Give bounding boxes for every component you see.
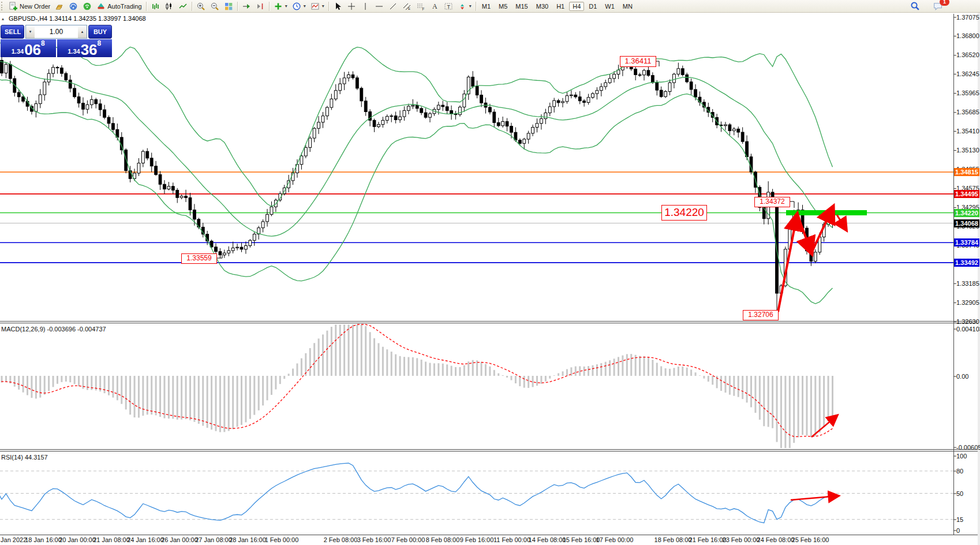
macd-axis-label: -0.006056 <box>956 444 980 451</box>
horizontal-line-icon <box>375 2 384 11</box>
templates-caret-icon: ▾ <box>322 3 324 9</box>
zoom-out-button[interactable] <box>208 0 222 12</box>
rsi-axis-label: 15 <box>956 516 963 523</box>
price-axis-label: 1.32905 <box>956 299 979 306</box>
autotrading-button[interactable]: AutoTrading <box>94 0 144 12</box>
one-click-collapse-icon[interactable]: ▴ <box>2 16 4 21</box>
trendline-icon <box>388 2 398 11</box>
notification-badge: 1 <box>940 0 949 6</box>
community-icon <box>69 2 78 11</box>
template-icon <box>311 2 320 11</box>
volume-increase-button[interactable]: ▴ <box>78 25 87 38</box>
community-button[interactable] <box>66 0 80 12</box>
new-order-icon <box>9 2 18 11</box>
new-order-label: New Order <box>20 3 50 10</box>
sell-price-small: 1.34 <box>12 47 24 56</box>
price-annotation[interactable]: 1.34220 <box>661 205 707 221</box>
arrows-tool-button[interactable]: ▾ <box>455 0 474 12</box>
cursor-tool-button[interactable] <box>331 0 345 12</box>
main-toolbar: New Order <box>0 0 980 13</box>
timeframe-m1-button[interactable]: M1 <box>478 2 494 11</box>
autotrading-icon <box>96 2 106 11</box>
buy-price-small: 1.34 <box>68 47 80 56</box>
buy-price-panel[interactable]: 1.34368 <box>57 39 113 57</box>
timeframe-d1-button[interactable]: D1 <box>585 2 600 11</box>
one-click-trading-panel: SELL ▾ ▴ BUY 1.34068 1.34368 <box>1 25 112 57</box>
price-badge: 1.33784 <box>954 238 979 247</box>
price-annotation[interactable]: 1.34372 <box>754 197 790 207</box>
fibonacci-icon: F <box>416 2 425 11</box>
line-chart-icon <box>178 2 188 11</box>
price-axis-label: 1.36245 <box>956 70 979 77</box>
timeframe-m15-button[interactable]: M15 <box>512 2 531 11</box>
auto-scroll-button[interactable] <box>240 0 253 12</box>
text-tool-button[interactable]: A <box>428 0 442 12</box>
deposit-button[interactable] <box>53 0 66 12</box>
zoom-in-button[interactable] <box>194 0 208 12</box>
price-annotation[interactable]: 1.36411 <box>620 56 656 67</box>
volume-input[interactable] <box>35 25 78 38</box>
svg-text:E: E <box>408 7 410 10</box>
price-badge: 1.34815 <box>954 168 979 176</box>
chart-title: GBPUSD-,H4 1.34114 1.34235 1.33997 1.340… <box>9 15 146 22</box>
sell-button[interactable]: SELL <box>1 25 24 39</box>
buy-price-big: 36 <box>81 43 98 56</box>
timeframe-mn-button[interactable]: MN <box>619 2 636 11</box>
tile-windows-button[interactable] <box>222 0 235 12</box>
fibonacci-tool-button[interactable]: F <box>414 0 428 12</box>
line-chart-button[interactable] <box>176 0 190 12</box>
chart-shift-button[interactable] <box>253 0 267 12</box>
metatrader-window: New Order <box>0 0 980 545</box>
bars-chart-icon <box>151 2 160 11</box>
text-label-icon: T <box>444 2 453 11</box>
rsi-label: RSI(14) 44.3157 <box>1 454 48 461</box>
price-annotation[interactable]: 1.32706 <box>743 310 779 320</box>
horizontal-line-tool-button[interactable] <box>372 0 386 12</box>
vertical-line-icon <box>361 2 370 11</box>
price-axis-label: 1.35410 <box>956 128 979 135</box>
price-badge: 1.34220 <box>954 209 979 217</box>
time-axis-label: 1 Feb 00:00 <box>256 536 308 543</box>
price-badge: 1.34495 <box>954 190 979 198</box>
zoom-out-icon <box>210 2 219 11</box>
indicators-caret-icon: ▾ <box>285 3 287 9</box>
price-badge: 1.34068 <box>954 219 979 227</box>
svg-text:T: T <box>447 3 450 9</box>
candlestick-chart-button[interactable] <box>162 0 176 12</box>
macd-axis-label: 0.004103 <box>956 326 980 333</box>
toolbar-separator <box>237 2 238 11</box>
periods-button[interactable]: ▾ <box>290 0 308 12</box>
price-axis-label: 1.35130 <box>956 147 979 154</box>
price-annotation[interactable]: 1.33559 <box>181 253 217 264</box>
templates-button[interactable]: ▾ <box>308 0 327 12</box>
search-button[interactable] <box>908 0 922 12</box>
bars-chart-button[interactable] <box>148 0 162 12</box>
timeframe-h4-button[interactable]: H4 <box>569 2 584 11</box>
text-label-tool-button[interactable]: T <box>442 0 455 12</box>
signals-button[interactable] <box>80 0 94 12</box>
toolbar-grip <box>1 2 5 10</box>
svg-text:F: F <box>422 6 424 10</box>
timeframe-h1-button[interactable]: H1 <box>553 2 568 11</box>
search-icon <box>910 1 920 11</box>
timeframe-m30-button[interactable]: M30 <box>533 2 552 11</box>
price-axis-label: 1.33185 <box>956 280 979 287</box>
chat-button[interactable]: 1 <box>930 0 945 12</box>
zoom-in-icon <box>196 2 205 11</box>
rsi-axis-label: 50 <box>956 490 963 497</box>
crosshair-tool-button[interactable] <box>345 0 358 12</box>
arrows-caret-icon: ▾ <box>469 3 472 9</box>
sell-price-panel[interactable]: 1.34068 <box>1 39 56 57</box>
buy-button[interactable]: BUY <box>88 25 112 39</box>
chart-overlays: ▴ GBPUSD-,H4 1.34114 1.34235 1.33997 1.3… <box>0 0 980 545</box>
vertical-line-tool-button[interactable] <box>358 0 372 12</box>
toolbar-separator <box>146 2 147 11</box>
trendline-tool-button[interactable] <box>386 0 400 12</box>
equidistant-channel-tool-button[interactable]: E <box>400 0 414 12</box>
toolbar-separator <box>192 2 192 11</box>
volume-decrease-button[interactable]: ▾ <box>26 25 35 38</box>
timeframe-w1-button[interactable]: W1 <box>601 2 618 11</box>
new-order-button[interactable]: New Order <box>6 0 53 12</box>
timeframe-m5-button[interactable]: M5 <box>495 2 511 11</box>
indicators-button[interactable]: ▾ <box>271 0 290 12</box>
